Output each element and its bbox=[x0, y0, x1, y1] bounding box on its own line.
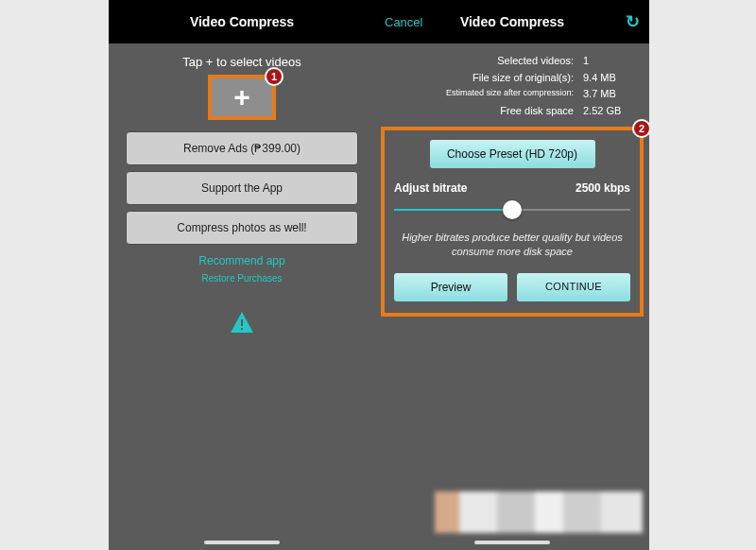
compression-settings-panel: 2 Choose Preset (HD 720p) Adjust bitrate… bbox=[381, 127, 644, 317]
estimated-size-value: 3.7 MB bbox=[583, 86, 636, 103]
topbar-right: Cancel Video Compress ↻ bbox=[375, 0, 649, 43]
screen-right: Cancel Video Compress ↻ Selected videos:… bbox=[375, 0, 649, 550]
plus-icon: + bbox=[233, 83, 250, 112]
bitrate-value: 2500 kbps bbox=[576, 181, 630, 195]
freespace-label: Free disk space bbox=[388, 103, 583, 120]
remove-ads-button[interactable]: Remove Ads (₱399.00) bbox=[126, 131, 358, 165]
home-indicator bbox=[474, 541, 550, 544]
slider-fill bbox=[394, 209, 512, 211]
page-title: Video Compress bbox=[190, 14, 294, 29]
page-title: Video Compress bbox=[460, 14, 564, 29]
refresh-icon[interactable]: ↻ bbox=[626, 11, 640, 32]
restore-purchases-link[interactable]: Restore Purchases bbox=[118, 273, 366, 284]
choose-preset-button[interactable]: Choose Preset (HD 720p) bbox=[430, 140, 595, 168]
slider-thumb[interactable] bbox=[503, 200, 522, 219]
blurred-content bbox=[435, 491, 643, 533]
step-badge-1: 1 bbox=[265, 67, 284, 86]
compress-photos-button[interactable]: Compress photos as well! bbox=[126, 211, 358, 245]
screen-left: Video Compress Tap + to select videos + … bbox=[109, 0, 375, 550]
bitrate-hint: Higher bitrates produce better quality b… bbox=[394, 231, 630, 258]
original-size-label: File size of original(s): bbox=[388, 70, 583, 87]
original-size-value: 9.4 MB bbox=[583, 70, 636, 87]
topbar-left: Video Compress bbox=[109, 0, 375, 43]
freespace-value: 2.52 GB bbox=[583, 103, 636, 120]
svg-rect-1 bbox=[241, 328, 243, 330]
step-badge-2: 2 bbox=[632, 119, 649, 138]
preview-button[interactable]: Preview bbox=[394, 273, 507, 301]
info-panel: Selected videos: 1 File size of original… bbox=[375, 43, 649, 119]
adjust-bitrate-label: Adjust bitrate bbox=[394, 181, 467, 195]
support-app-button[interactable]: Support the App bbox=[126, 171, 358, 205]
bitrate-slider[interactable] bbox=[394, 200, 630, 219]
warning-icon bbox=[230, 312, 254, 333]
home-indicator bbox=[204, 541, 280, 544]
svg-rect-0 bbox=[241, 319, 243, 326]
recommend-app-link[interactable]: Recommend app bbox=[118, 254, 366, 267]
cancel-button[interactable]: Cancel bbox=[385, 15, 422, 29]
selected-value: 1 bbox=[583, 53, 636, 70]
add-video-button[interactable]: + 1 bbox=[208, 75, 276, 120]
selected-label: Selected videos: bbox=[388, 53, 583, 70]
continue-button[interactable]: CONTINUE bbox=[517, 273, 630, 301]
tap-hint: Tap + to select videos bbox=[118, 55, 366, 69]
estimated-size-label: Estimated size after compression: bbox=[388, 86, 583, 103]
